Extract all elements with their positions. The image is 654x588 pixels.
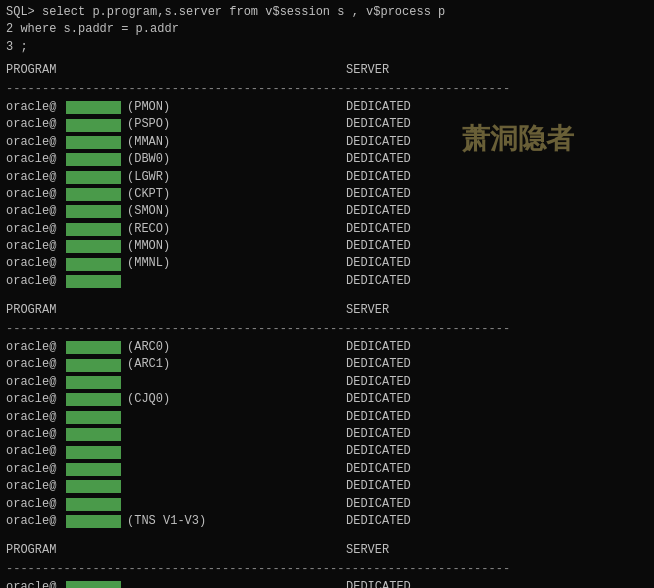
table-row: oracle@(ARC1)DEDICATED: [6, 356, 648, 373]
process-name: (RECO): [127, 221, 170, 238]
program-prefix: oracle@: [6, 203, 66, 220]
green-block: [66, 359, 121, 372]
program-prefix: oracle@: [6, 496, 66, 513]
program-prefix: oracle@: [6, 116, 66, 133]
section-2-header: PROGRAMSERVER: [6, 542, 648, 559]
program-prefix: oracle@: [6, 99, 66, 116]
program-prefix: oracle@: [6, 579, 66, 588]
server-col: DEDICATED: [346, 273, 506, 290]
green-block: [66, 428, 121, 441]
server-col: DEDICATED: [346, 134, 506, 151]
server-col: DEDICATED: [346, 391, 506, 408]
program-col: oracle@(PMON): [6, 99, 346, 116]
server-col: DEDICATED: [346, 579, 506, 588]
program-col: oracle@(CJQ0): [6, 391, 346, 408]
table-row: oracle@(CJQ0)DEDICATED: [6, 391, 648, 408]
green-block: [66, 171, 121, 184]
section-1: PROGRAMSERVER---------------------------…: [6, 302, 648, 530]
server-col: DEDICATED: [346, 116, 506, 133]
terminal: SQL> select p.program,s.server from v$se…: [0, 0, 654, 588]
program-col: oracle@: [6, 443, 346, 460]
green-block: [66, 515, 121, 528]
server-col: DEDICATED: [346, 426, 506, 443]
green-block: [66, 119, 121, 132]
table-row: oracle@DEDICATED: [6, 461, 648, 478]
program-prefix: oracle@: [6, 356, 66, 373]
program-col: oracle@(SMON): [6, 203, 346, 220]
green-block: [66, 205, 121, 218]
green-block: [66, 223, 121, 236]
program-col: oracle@(MMNL): [6, 255, 346, 272]
table-row: oracle@(ARC0)DEDICATED: [6, 339, 648, 356]
program-prefix: oracle@: [6, 409, 66, 426]
table-row: oracle@(MMON)DEDICATED: [6, 238, 648, 255]
server-col: DEDICATED: [346, 339, 506, 356]
program-prefix: oracle@: [6, 221, 66, 238]
green-block: [66, 101, 121, 114]
server-col: DEDICATED: [346, 238, 506, 255]
green-block: [66, 480, 121, 493]
program-col: oracle@(ARC1): [6, 356, 346, 373]
server-header: SERVER: [346, 62, 389, 79]
green-block: [66, 275, 121, 288]
query-line-1: SQL> select p.program,s.server from v$se…: [6, 4, 648, 21]
program-col: oracle@: [6, 426, 346, 443]
section-1-header: PROGRAMSERVER: [6, 302, 648, 319]
program-col: oracle@: [6, 579, 346, 588]
server-col: DEDICATED: [346, 443, 506, 460]
table-row: oracle@(MMAN)DEDICATED: [6, 134, 648, 151]
program-col: oracle@: [6, 374, 346, 391]
table-row: oracle@(CKPT)DEDICATED: [6, 186, 648, 203]
table-row: oracle@DEDICATED: [6, 409, 648, 426]
green-block: [66, 153, 121, 166]
server-col: DEDICATED: [346, 255, 506, 272]
table-row: oracle@(TNS V1-V3)DEDICATED: [6, 513, 648, 530]
server-col: DEDICATED: [346, 221, 506, 238]
green-block: [66, 258, 121, 271]
divider: ----------------------------------------…: [6, 81, 648, 98]
process-name: (MMNL): [127, 255, 170, 272]
server-col: DEDICATED: [346, 374, 506, 391]
program-prefix: oracle@: [6, 339, 66, 356]
server-header: SERVER: [346, 302, 389, 319]
table-row: oracle@(LGWR)DEDICATED: [6, 169, 648, 186]
program-col: oracle@(MMON): [6, 238, 346, 255]
divider: ----------------------------------------…: [6, 561, 648, 578]
program-col: oracle@(TNS V1-V3): [6, 513, 346, 530]
program-col: oracle@(DBW0): [6, 151, 346, 168]
program-prefix: oracle@: [6, 134, 66, 151]
program-header: PROGRAM: [6, 62, 346, 79]
process-name: (TNS V1-V3): [127, 513, 206, 530]
table-row: oracle@(PSPO)DEDICATED: [6, 116, 648, 133]
green-block: [66, 411, 121, 424]
program-header: PROGRAM: [6, 302, 346, 319]
server-col: DEDICATED: [346, 356, 506, 373]
server-col: DEDICATED: [346, 461, 506, 478]
table-row: oracle@(RECO)DEDICATED: [6, 221, 648, 238]
program-col: oracle@: [6, 273, 346, 290]
process-name: (MMAN): [127, 134, 170, 151]
table-row: oracle@DEDICATED: [6, 478, 648, 495]
table-row: oracle@DEDICATED: [6, 443, 648, 460]
program-col: oracle@(MMAN): [6, 134, 346, 151]
process-name: (PMON): [127, 99, 170, 116]
table-row: oracle@DEDICATED: [6, 426, 648, 443]
table-row: oracle@DEDICATED: [6, 579, 648, 588]
green-block: [66, 393, 121, 406]
server-header: SERVER: [346, 542, 389, 559]
table-row: oracle@(DBW0)DEDICATED: [6, 151, 648, 168]
process-name: (CJQ0): [127, 391, 170, 408]
program-prefix: oracle@: [6, 426, 66, 443]
green-block: [66, 446, 121, 459]
table-row: oracle@DEDICATED: [6, 374, 648, 391]
program-col: oracle@(PSPO): [6, 116, 346, 133]
program-col: oracle@: [6, 409, 346, 426]
table-row: oracle@DEDICATED: [6, 273, 648, 290]
query-line-2: 2 where s.paddr = p.addr: [6, 21, 648, 38]
server-col: DEDICATED: [346, 151, 506, 168]
section-0: PROGRAMSERVER---------------------------…: [6, 62, 648, 290]
process-name: (SMON): [127, 203, 170, 220]
program-prefix: oracle@: [6, 169, 66, 186]
server-col: DEDICATED: [346, 496, 506, 513]
program-col: oracle@(RECO): [6, 221, 346, 238]
